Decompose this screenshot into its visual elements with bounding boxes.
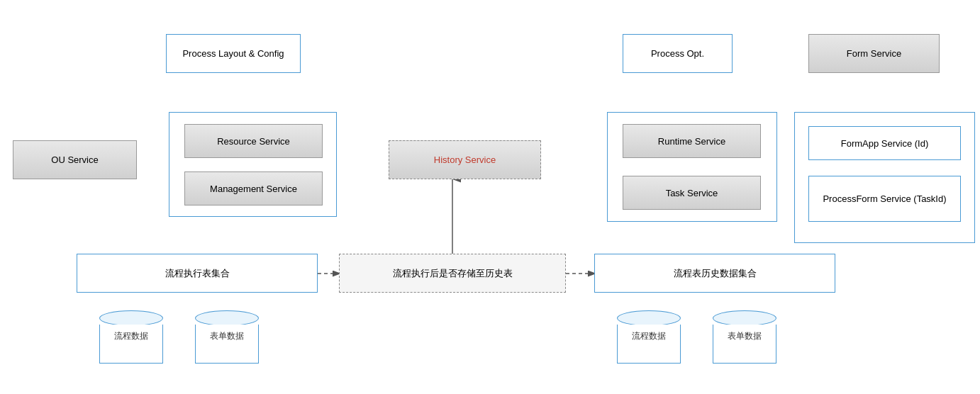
process-layout-config-label: Process Layout & Config	[182, 48, 284, 59]
process-layout-config-box: Process Layout & Config	[166, 34, 301, 73]
history-service-label: History Service	[434, 154, 496, 165]
cylinder-3-label: 流程数据	[617, 330, 681, 342]
ou-service-label: OU Service	[51, 154, 98, 165]
runtime-service-box: Runtime Service	[623, 124, 761, 158]
cylinder-4: 表单数据	[713, 310, 776, 364]
cylinder-2-label: 表单数据	[195, 330, 259, 342]
management-service-box: Management Service	[184, 171, 323, 206]
history-store-label: 流程执行后是否存储至历史表	[393, 267, 513, 280]
process-opt-label: Process Opt.	[651, 48, 704, 59]
cylinder-3: 流程数据	[617, 310, 681, 364]
resource-service-label: Resource Service	[217, 136, 290, 147]
runtime-service-label: Runtime Service	[658, 136, 725, 147]
formapp-service-box: FormApp Service (Id)	[808, 126, 961, 160]
process-exec-set-box: 流程执行表集合	[77, 254, 318, 293]
cylinder-1: 流程数据	[99, 310, 163, 364]
cylinder-4-label: 表单数据	[713, 330, 776, 342]
task-service-label: Task Service	[666, 188, 718, 198]
form-service-top-box: Form Service	[808, 34, 940, 73]
cylinder-2: 表单数据	[195, 310, 259, 364]
history-store-label-box: 流程执行后是否存储至历史表	[339, 254, 566, 293]
task-service-box: Task Service	[623, 176, 761, 210]
cylinder-1-label: 流程数据	[99, 330, 163, 342]
processform-service-label: ProcessForm Service (TaskId)	[823, 193, 946, 204]
history-data-set-label: 流程表历史数据集合	[674, 267, 757, 280]
formapp-service-label: FormApp Service (Id)	[841, 138, 929, 149]
management-service-label: Management Service	[210, 184, 297, 194]
form-service-top-label: Form Service	[847, 48, 901, 59]
ou-service-box: OU Service	[13, 140, 137, 179]
diagram: Process Layout & Config Process Opt. For…	[0, 0, 980, 394]
resource-service-box: Resource Service	[184, 124, 323, 158]
process-exec-set-label: 流程执行表集合	[165, 267, 230, 280]
history-service-box: History Service	[389, 140, 541, 179]
processform-service-box: ProcessForm Service (TaskId)	[808, 176, 961, 222]
process-opt-box: Process Opt.	[623, 34, 733, 73]
history-data-set-box: 流程表历史数据集合	[594, 254, 835, 293]
